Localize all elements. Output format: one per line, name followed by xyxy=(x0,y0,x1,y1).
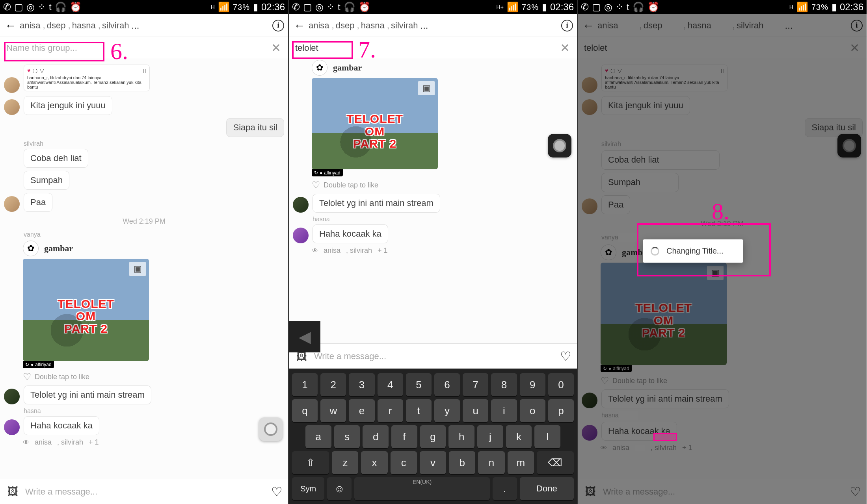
key-o[interactable]: o xyxy=(520,399,545,422)
key-period[interactable]: . xyxy=(493,477,517,500)
key-r[interactable]: r xyxy=(378,399,403,422)
double-tap-hint[interactable]: ♡Double tap to like xyxy=(312,180,577,191)
message-bubble[interactable]: Haha kocaak ka xyxy=(313,224,388,243)
key-m[interactable]: m xyxy=(508,451,534,474)
double-tap-hint[interactable]: ♡Double tap to like xyxy=(23,371,288,382)
clear-name-button[interactable]: ✕ xyxy=(558,41,572,55)
key-f[interactable]: f xyxy=(391,425,417,448)
like-button-icon[interactable]: ♡ xyxy=(271,484,283,499)
key-j[interactable]: j xyxy=(477,425,503,448)
headphones-icon: 🎧 xyxy=(344,2,355,13)
post-owner-avatar[interactable]: ✿ xyxy=(23,241,39,256)
message-bubble[interactable]: Paa xyxy=(24,193,52,212)
sender-label: vanya xyxy=(24,231,288,238)
gallery-picker-icon[interactable]: 🖼 xyxy=(6,485,20,499)
key-3[interactable]: 3 xyxy=(349,373,374,396)
key-t[interactable]: t xyxy=(406,399,432,422)
key-b[interactable]: b xyxy=(449,451,475,474)
participant: , hasna xyxy=(357,20,385,31)
key-v[interactable]: v xyxy=(420,451,446,474)
chat-body[interactable]: ✿ gambar TELOLET OMPART 2 ▣ ↻ ● alfiriya… xyxy=(289,59,577,343)
assistive-touch-button[interactable] xyxy=(548,134,571,158)
key-k[interactable]: k xyxy=(506,425,532,448)
key-s[interactable]: s xyxy=(334,425,360,448)
message-bubble[interactable]: Telolet yg ini anti main stream xyxy=(24,385,151,404)
key-2[interactable]: 2 xyxy=(320,373,346,396)
like-button-icon[interactable]: ♡ xyxy=(560,349,571,364)
key-p[interactable]: p xyxy=(548,399,574,422)
shared-post-card[interactable]: ♥ ◌ ▽ ▯ hanhana_r, fildzahdryni dan 74 l… xyxy=(24,65,150,91)
battery-percent: 73% xyxy=(233,3,250,12)
clear-name-button[interactable]: ✕ xyxy=(269,41,283,55)
back-button[interactable]: ← xyxy=(4,19,17,32)
avatar[interactable] xyxy=(293,228,309,243)
post-owner-name[interactable]: gambar xyxy=(333,63,362,73)
key-0[interactable]: 0 xyxy=(548,373,574,396)
key-6[interactable]: 6 xyxy=(434,373,460,396)
key-7[interactable]: 7 xyxy=(463,373,488,396)
key-5[interactable]: 5 xyxy=(406,373,432,396)
key-backspace[interactable]: ⌫ xyxy=(537,451,574,474)
participant: , silvirah xyxy=(98,20,129,31)
changing-title-modal: Changing Title... xyxy=(643,239,743,263)
message-bubble[interactable]: Kita jenguk ini yuuu xyxy=(24,96,112,115)
key-space[interactable]: EN(UK) xyxy=(354,477,489,500)
key-a[interactable]: a xyxy=(305,425,331,448)
key-1[interactable]: 1 xyxy=(292,373,318,396)
key-9[interactable]: 9 xyxy=(520,373,545,396)
avatar[interactable] xyxy=(293,197,309,213)
back-button[interactable]: ← xyxy=(293,19,306,32)
info-button[interactable]: i xyxy=(272,20,284,32)
key-u[interactable]: u xyxy=(463,399,488,422)
info-button[interactable]: i xyxy=(561,20,573,32)
key-h[interactable]: h xyxy=(448,425,474,448)
message-bubble[interactable]: Sumpah xyxy=(24,171,69,190)
key-x[interactable]: x xyxy=(361,451,387,474)
post-owner-avatar[interactable]: ✿ xyxy=(312,60,327,76)
compose-bar: 🖼 ♡ xyxy=(0,479,288,504)
mic-collapse-button[interactable]: ◀ xyxy=(289,321,320,352)
video-thumbnail[interactable]: TELOLET OMPART 2 ▣ xyxy=(23,259,149,361)
key-g[interactable]: g xyxy=(420,425,446,448)
assistive-touch-button[interactable] xyxy=(259,417,283,441)
group-name-input[interactable] xyxy=(294,40,553,56)
key-i[interactable]: i xyxy=(491,399,517,422)
key-c[interactable]: c xyxy=(391,451,417,474)
key-q[interactable]: q xyxy=(292,399,318,422)
key-l[interactable]: l xyxy=(534,425,560,448)
key-shift[interactable]: ⇧ xyxy=(292,451,329,474)
compose-input[interactable] xyxy=(25,487,266,497)
key-emoji[interactable]: ☺ xyxy=(327,477,352,500)
avatar[interactable] xyxy=(4,196,20,212)
circle-app-icon: ◎ xyxy=(604,2,612,13)
message-bubble[interactable]: Coba deh liat xyxy=(24,149,88,168)
message-bubble[interactable]: Telolet yg ini anti main stream xyxy=(313,194,440,213)
participant-list[interactable]: anisa , dsep , hasna , silvirah ... xyxy=(20,20,270,31)
tumblr-icon: t xyxy=(627,2,629,13)
video-thumbnail[interactable]: TELOLET OMPART 2 ▣ xyxy=(312,78,438,169)
participant-list[interactable]: anisa , dsep , hasna , silvirah ... xyxy=(309,20,559,31)
post-owner-name[interactable]: gambar xyxy=(44,243,73,254)
compose-input[interactable] xyxy=(314,351,554,361)
group-name-input[interactable] xyxy=(5,40,264,56)
key-sym[interactable]: Sym xyxy=(292,477,324,500)
key-d[interactable]: d xyxy=(363,425,389,448)
key-y[interactable]: y xyxy=(434,399,460,422)
avatar[interactable] xyxy=(4,419,20,435)
avatar[interactable] xyxy=(4,77,20,93)
key-n[interactable]: n xyxy=(478,451,504,474)
message-bubble-own[interactable]: Siapa itu sil xyxy=(226,118,284,137)
key-e[interactable]: e xyxy=(349,399,374,422)
key-w[interactable]: w xyxy=(320,399,346,422)
key-z[interactable]: z xyxy=(332,451,358,474)
whatsapp-icon: ✆ xyxy=(581,2,589,13)
key-8[interactable]: 8 xyxy=(491,373,517,396)
message-bubble[interactable]: Haha kocaak ka xyxy=(24,416,99,435)
avatar[interactable] xyxy=(4,99,20,115)
post-caption: afifahwatiwanti Assalamualaikum. Teman2 … xyxy=(27,80,146,89)
headphones-icon: 🎧 xyxy=(633,2,644,13)
key-done[interactable]: Done xyxy=(520,477,574,500)
avatar[interactable] xyxy=(4,389,20,404)
key-4[interactable]: 4 xyxy=(378,373,403,396)
chat-body[interactable]: ♥ ◌ ▽ ▯ hanhana_r, fildzahdryni dan 74 l… xyxy=(0,59,288,479)
